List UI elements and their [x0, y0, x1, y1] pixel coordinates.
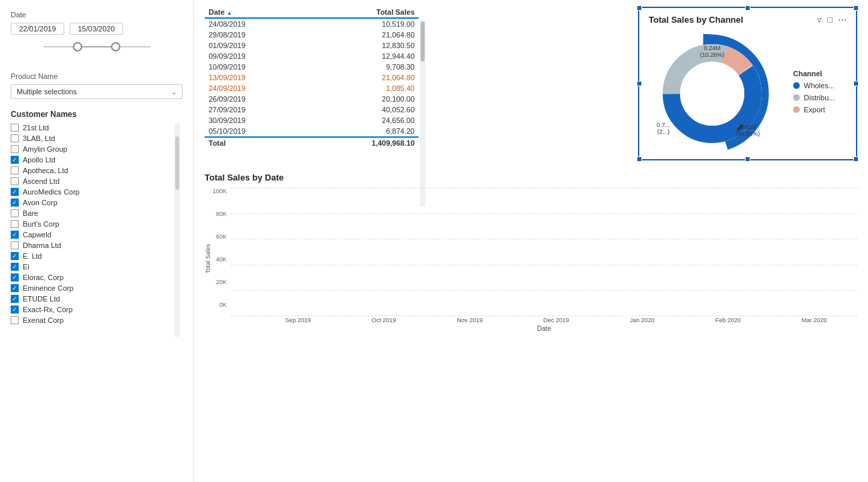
- x-axis-labels: Sep 2019Oct 2019Nov 2019Dec 2019Jan 2020…: [231, 317, 857, 324]
- resize-handle-tm[interactable]: [745, 5, 750, 11]
- customer-checkbox[interactable]: [11, 177, 19, 185]
- customer-checkbox[interactable]: ✓: [11, 263, 19, 271]
- customer-name: 3LAB, Ltd: [23, 134, 55, 142]
- customer-checkbox[interactable]: ✓: [11, 295, 19, 303]
- x-axis-label: Dec 2019: [543, 317, 569, 324]
- chevron-down-icon: ⌄: [171, 88, 177, 96]
- table-cell-date: 30/09/2019: [205, 115, 305, 126]
- list-item[interactable]: ✓Elorac, Corp: [11, 273, 183, 282]
- table-row[interactable]: 13/09/201921,064.80: [205, 72, 419, 83]
- legend-area: Channel Wholes... Distribu... Export: [793, 70, 835, 114]
- table-row[interactable]: 24/08/201910,519.00: [205, 18, 419, 29]
- list-item[interactable]: Exenat Corp: [11, 316, 183, 325]
- table-cell-date: 09/09/2019: [205, 51, 305, 62]
- table-cell-date: 01/09/2019: [205, 40, 305, 51]
- table-row[interactable]: 05/10/20196,874.20: [205, 126, 419, 137]
- sales-table-container: Date ▲ Total Sales 24/08/201910,519.0029…: [205, 7, 419, 160]
- list-item[interactable]: ✓Ei: [11, 262, 183, 271]
- table-header-sales[interactable]: Total Sales: [305, 7, 419, 18]
- customer-checkbox[interactable]: [11, 145, 19, 153]
- list-item[interactable]: Dharma Ltd: [11, 241, 183, 250]
- customer-list-wrapper: 21st Ltd3LAB, LtdAmylin Group✓Apollo Ltd…: [11, 123, 183, 325]
- total-label: Total: [205, 137, 305, 148]
- resize-handle-tl[interactable]: [637, 5, 642, 11]
- table-cell-sales: 21,064.80: [305, 72, 419, 83]
- list-item[interactable]: Apotheca, Ltd: [11, 166, 183, 175]
- customer-checkbox[interactable]: [11, 220, 19, 228]
- list-item[interactable]: Burt's Corp: [11, 219, 183, 229]
- x-axis-label: Sep 2019: [285, 317, 311, 324]
- table-row[interactable]: 09/09/201912,944.40: [205, 51, 419, 62]
- date-end[interactable]: 15/03/2020: [70, 23, 123, 35]
- x-axis-label: Nov 2019: [457, 317, 483, 324]
- list-item[interactable]: Ascend Ltd: [11, 176, 183, 186]
- customer-checkbox[interactable]: [11, 209, 19, 217]
- table-row[interactable]: 01/09/201912,830.50: [205, 40, 419, 51]
- resize-handle-rm[interactable]: [853, 81, 859, 86]
- customer-checkbox[interactable]: [11, 124, 19, 132]
- list-item[interactable]: ✓ETUDE Ltd: [11, 294, 183, 304]
- customer-checkbox[interactable]: ✓: [11, 306, 19, 314]
- slider-thumb-left[interactable]: [73, 42, 82, 51]
- table-row[interactable]: 29/08/201921,064.80: [205, 29, 419, 40]
- resize-handle-lm[interactable]: [637, 81, 642, 86]
- customer-title: Customer Names: [11, 110, 183, 119]
- customer-checkbox[interactable]: ✓: [11, 199, 19, 207]
- customer-name: AuroMedics Corp: [23, 188, 80, 196]
- customer-checkbox[interactable]: ✓: [11, 252, 19, 260]
- list-item[interactable]: ✓Apollo Ltd: [11, 155, 183, 164]
- expand-icon[interactable]: □: [827, 15, 833, 25]
- table-row[interactable]: 30/09/201924,656.00: [205, 115, 419, 126]
- table-cell-sales: 1,085.40: [305, 83, 419, 94]
- table-row[interactable]: 24/09/20191,085.40: [205, 83, 419, 94]
- slider-thumb-right[interactable]: [111, 42, 120, 51]
- list-item[interactable]: ✓Capweld: [11, 230, 183, 239]
- product-dropdown[interactable]: Multiple selections ⌄: [11, 84, 183, 99]
- resize-handle-tr[interactable]: [853, 5, 859, 11]
- customer-checkbox[interactable]: ✓: [11, 231, 19, 239]
- date-range: 22/01/2019 15/03/2020: [11, 23, 183, 35]
- customer-checkbox[interactable]: ✓: [11, 284, 19, 292]
- list-item[interactable]: ✓Eminence Corp: [11, 283, 183, 293]
- customer-checkbox[interactable]: [11, 316, 19, 324]
- table-scrollbar[interactable]: [420, 20, 425, 207]
- legend-dot-distribute: [793, 94, 800, 101]
- resize-handle-bl[interactable]: [637, 156, 642, 162]
- table-row[interactable]: 26/09/201920,100.00: [205, 94, 419, 104]
- table-cell-sales: 24,656.00: [305, 115, 419, 126]
- list-item[interactable]: ✓AuroMedics Corp: [11, 187, 183, 197]
- table-cell-sales: 12,944.40: [305, 51, 419, 62]
- table-total-row: Total 1,409,968.10: [205, 137, 419, 148]
- table-row[interactable]: 27/09/201940,052.60: [205, 104, 419, 115]
- grid-line: [231, 188, 857, 189]
- chart-body: [231, 188, 857, 316]
- list-item[interactable]: Amylin Group: [11, 144, 183, 154]
- more-icon[interactable]: ⋯: [838, 15, 847, 25]
- list-item[interactable]: 3LAB, Ltd: [11, 134, 183, 143]
- donut-label-export: 0.24M: [703, 45, 720, 51]
- customer-checkbox[interactable]: ✓: [11, 273, 19, 281]
- table-cell-date: 13/09/2019: [205, 72, 305, 83]
- customer-checkbox[interactable]: ✓: [11, 188, 19, 196]
- customer-checkbox[interactable]: [11, 134, 19, 142]
- list-item[interactable]: ✓Avon Corp: [11, 198, 183, 207]
- list-item[interactable]: Bare: [11, 209, 183, 218]
- list-item[interactable]: ✓Exact-Rx, Corp: [11, 305, 183, 314]
- date-slider[interactable]: [11, 37, 183, 56]
- product-filter-section: Product Name Multiple selections ⌄: [11, 72, 183, 99]
- resize-handle-br[interactable]: [853, 156, 859, 162]
- resize-handle-bm[interactable]: [745, 156, 750, 162]
- customer-checkbox[interactable]: ✓: [11, 156, 19, 164]
- list-item[interactable]: ✓E. Ltd: [11, 251, 183, 261]
- legend-dot-export: [793, 106, 800, 113]
- customer-checkbox[interactable]: [11, 166, 19, 174]
- table-row[interactable]: 10/09/20199,708.30: [205, 62, 419, 72]
- list-item[interactable]: 21st Ltd: [11, 123, 183, 132]
- filter-icon[interactable]: ▿: [817, 15, 822, 25]
- table-header-date[interactable]: Date ▲: [205, 7, 305, 18]
- customer-scrollbar[interactable]: [175, 123, 180, 337]
- x-axis-title: Date: [231, 325, 857, 332]
- date-start[interactable]: 22/01/2019: [11, 23, 64, 35]
- spacer: [429, 7, 627, 160]
- customer-checkbox[interactable]: [11, 241, 19, 249]
